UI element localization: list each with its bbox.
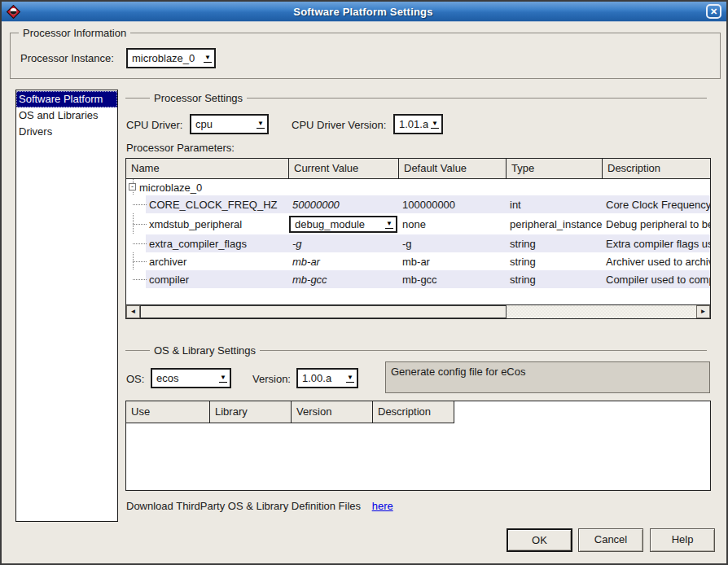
os-label: OS: [126,373,144,385]
library-table-header: Use Library Version Description [126,401,710,423]
tree-collapse-icon[interactable]: - [129,183,136,191]
processor-parameters-table: Name Current Value Default Value Type De… [125,158,711,319]
chevron-down-icon: ▼ [254,120,267,128]
app-icon [7,5,20,19]
h-scrollbar[interactable]: ◄ ► [126,304,710,318]
library-table: Use Library Version Description [125,401,711,491]
download-line: Download ThirdParty OS & Library Definit… [126,500,393,512]
window-title: Software Platform Settings [20,6,706,18]
processor-settings-label: Processor Settings [150,92,247,104]
param-current-value[interactable]: mb-gcc [289,274,399,286]
scrollbar-thumb[interactable] [140,305,507,318]
col-header-description[interactable]: Description [373,401,454,423]
param-description: Compiler used to comp [603,274,710,286]
processor-settings-group: Processor Settings [125,98,707,99]
title-bar: Software Platform Settings ✕ [2,2,726,22]
os-description-text: Generate config file for eCos [391,366,525,378]
scroll-right-icon[interactable]: ► [696,305,710,318]
chevron-down-icon: ▼ [428,120,441,128]
param-type: peripheral_instance [507,218,603,230]
processor-information-group: Processor Information Processor Instance… [10,33,721,79]
param-current-value[interactable]: 50000000 [289,199,399,211]
parameters-table-body: - microblaze_0 CORE_CLOCK_FREQ_HZ 500000… [126,179,710,318]
processor-information-label: Processor Information [19,27,130,39]
cpu-driver-version-label: CPU Driver Version: [292,119,386,131]
param-default-value: -g [399,238,507,250]
nav-item-drivers[interactable]: Drivers [16,124,117,140]
scroll-left-icon[interactable]: ◄ [126,305,140,318]
param-default-value: none [399,218,507,230]
download-link[interactable]: here [372,500,393,512]
xmdstub-peripheral-select[interactable]: debug_module ▼ [289,216,397,233]
cpu-driver-select[interactable]: cpu ▼ [190,114,269,134]
cancel-button[interactable]: Cancel [578,528,643,552]
param-current-value[interactable]: -g [289,238,399,250]
chevron-down-icon: ▼ [344,374,357,382]
chevron-down-icon: ▼ [217,374,230,382]
col-header-version[interactable]: Version [292,401,373,423]
chevron-down-icon: ▼ [383,221,396,228]
tree-root-label: microblaze_0 [126,182,289,194]
param-description: Extra compiler flags us [603,238,710,250]
os-library-settings-label: OS & Library Settings [150,344,260,357]
col-header-description[interactable]: Description [603,159,710,178]
param-default-value: mb-gcc [399,274,507,286]
col-header-default-value[interactable]: Default Value [399,159,507,178]
col-header-type[interactable]: Type [507,159,603,178]
tree-node-microblaze[interactable]: - microblaze_0 [126,179,710,195]
param-default-value: 100000000 [399,199,507,211]
processor-parameters-label: Processor Parameters: [126,142,235,154]
settings-category-list: Software Platform OS and Libraries Drive… [15,90,118,522]
param-name: CORE_CLOCK_FREQ_HZ [126,199,289,211]
scrollbar-track[interactable] [507,305,696,318]
os-version-select[interactable]: 1.00.a ▼ [296,368,358,388]
col-header-use[interactable]: Use [126,401,210,423]
processor-instance-select[interactable]: microblaze_0 ▼ [126,48,216,68]
os-select[interactable]: ecos ▼ [151,368,231,388]
table-row: archiver mb-ar mb-ar string Archiver use… [126,252,710,270]
table-row: CORE_CLOCK_FREQ_HZ 50000000 100000000 in… [126,195,710,213]
software-platform-settings-dialog: Software Platform Settings ✕ Processor I… [0,0,728,565]
ok-button[interactable]: OK [507,528,572,552]
table-row: xmdstub_peripheral debug_module ▼ none p… [126,213,710,234]
chevron-down-icon: ▼ [201,55,214,62]
param-name: archiver [126,256,289,268]
param-type: int [507,199,603,211]
param-name: xmdstub_peripheral [126,218,289,230]
param-name: extra_compiler_flags [126,238,289,250]
cpu-driver-label: CPU Driver: [126,119,182,131]
param-current-value[interactable]: mb-ar [289,256,399,268]
help-button[interactable]: Help [650,528,715,552]
os-description-box: Generate config file for eCos [385,361,710,393]
param-description: Core Clock Frequency [603,199,710,211]
param-type: string [507,256,603,268]
param-description: Debug peripheral to be [603,218,710,230]
col-header-name[interactable]: Name [126,159,289,178]
param-name: compiler [126,274,289,286]
param-default-value: mb-ar [399,256,507,268]
table-row: extra_compiler_flags -g -g string Extra … [126,234,710,252]
cpu-driver-version-select[interactable]: 1.01.a ▼ [393,114,443,134]
close-icon[interactable]: ✕ [706,4,721,19]
param-type: string [507,274,603,286]
os-library-settings-group: OS & Library Settings [125,350,707,351]
os-version-label: Version: [252,373,291,385]
param-description: Archiver used to archiv [603,256,710,268]
parameters-table-header: Name Current Value Default Value Type De… [126,159,710,179]
nav-item-software-platform[interactable]: Software Platform [16,91,117,107]
col-header-current-value[interactable]: Current Value [289,159,399,178]
nav-item-os-and-libraries[interactable]: OS and Libraries [16,107,117,124]
download-text: Download ThirdParty OS & Library Definit… [126,500,361,512]
param-type: string [507,238,603,250]
processor-instance-label: Processor Instance: [20,52,114,64]
col-header-library[interactable]: Library [210,401,292,423]
table-row: compiler mb-gcc mb-gcc string Compiler u… [126,270,710,288]
